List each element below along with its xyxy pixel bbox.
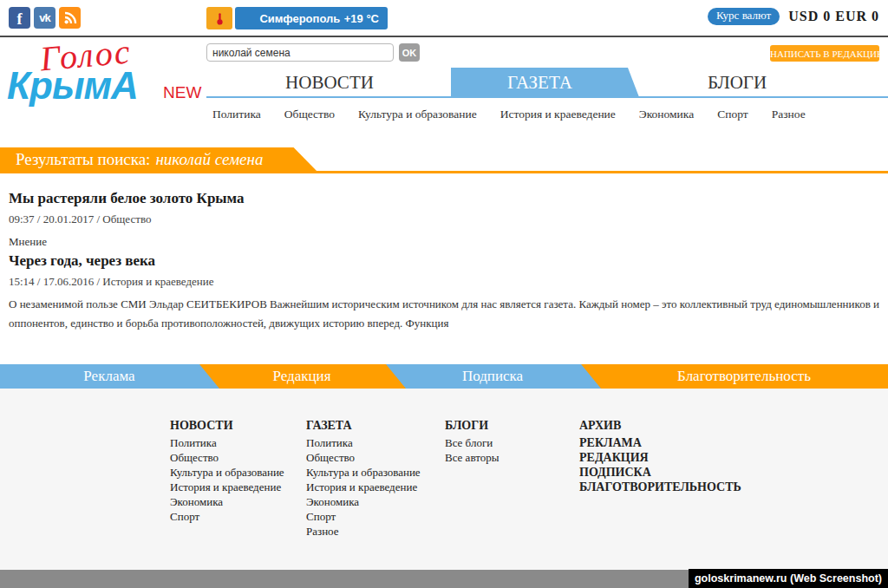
search-ok-button[interactable]: OK [399, 43, 420, 62]
footer-link[interactable]: Общество [306, 450, 421, 465]
footer-link[interactable]: Разное [306, 524, 421, 539]
logo-new-badge: NEW [163, 83, 201, 102]
footer-link[interactable]: Культура и образование [306, 465, 421, 480]
footer-column-news: НОВОСТИ Политика Общество Культура и обр… [170, 419, 284, 524]
page: f vk Симферополь +19 °C [0, 0, 888, 588]
footer-link[interactable]: Политика [306, 435, 421, 450]
footer-link[interactable]: История и краеведение [170, 480, 284, 494]
site-logo[interactable]: Голос КрымА NEW [7, 38, 202, 106]
footer-tab-bar: Реклама Редакция Подписка Благотворитель… [0, 364, 888, 389]
footer-link[interactable]: Экономика [306, 494, 421, 509]
rss-icon[interactable] [59, 7, 81, 29]
footer-column-blogs: БЛОГИ Все блоги Все авторы [445, 419, 499, 465]
vk-icon[interactable]: vk [34, 7, 56, 29]
footer-link[interactable]: Спорт [170, 509, 284, 524]
subnav-politics[interactable]: Политика [212, 108, 261, 121]
footer-link[interactable]: История и краеведение [306, 480, 421, 494]
footer-tab-editors[interactable]: Редакция [232, 368, 371, 385]
footer-column-title[interactable]: НОВОСТИ [170, 419, 284, 433]
currency-block: Курс валют USD 0 EUR 0 [708, 8, 879, 25]
weather-widget[interactable]: Симферополь +19 °C [206, 7, 388, 29]
footer-column-archive: АРХИВ РЕКЛАМА РЕДАКЦИЯ ПОДПИСКА БЛАГОТВО… [579, 419, 741, 494]
facebook-icon[interactable]: f [9, 7, 30, 29]
subnav-culture-education[interactable]: Культура и образование [358, 108, 477, 121]
subnav-society[interactable]: Общество [284, 108, 335, 121]
subnav-sport[interactable]: Спорт [717, 108, 748, 121]
footer-link[interactable]: Культура и образование [170, 465, 284, 480]
results-bar-text: Результаты поиска:николай семена [16, 150, 263, 169]
sub-navigation: Политика Общество Культура и образование… [212, 108, 806, 121]
article-snippet: Мнение [9, 232, 879, 252]
footer-column-title[interactable]: ГАЗЕТА [306, 419, 421, 433]
footer-tab-advertising[interactable]: Реклама [40, 368, 179, 385]
search-input[interactable] [206, 43, 394, 62]
weather-city: Симферополь [244, 12, 344, 25]
footer-link[interactable]: ПОДПИСКА [579, 465, 741, 480]
footer-column-title[interactable]: АРХИВ [579, 419, 741, 433]
search-results-bar: Результаты поиска:николай семена [0, 147, 888, 173]
search-result-item: Через года, через века 15:14 / 17.06.201… [9, 252, 879, 333]
subnav-economy[interactable]: Экономика [639, 108, 694, 121]
top-bar: f vk Симферополь +19 °C [0, 0, 888, 36]
article-title-link[interactable]: Мы растеряли белое золото Крыма [9, 190, 879, 207]
results-title: Результаты поиска: [16, 150, 150, 168]
currency-rates-value: USD 0 EUR 0 [788, 9, 879, 24]
write-to-editors-button[interactable]: НАПИСАТЬ В РЕДАКЦИЮ [770, 45, 879, 62]
tab-news[interactable]: НОВОСТИ [260, 72, 399, 94]
article-title-link[interactable]: Через года, через века [9, 252, 879, 270]
footer-link[interactable]: Общество [170, 450, 284, 465]
subnav-history[interactable]: История и краеведение [500, 108, 616, 121]
search-result-item: Мы растеряли белое золото Крыма 09:37 / … [9, 190, 879, 252]
footer-column-title[interactable]: БЛОГИ [445, 419, 499, 433]
thermometer-icon [206, 7, 232, 29]
footer-column-gazeta: ГАЗЕТА Политика Общество Культура и обра… [306, 419, 421, 539]
currency-rates-button[interactable]: Курс валют [708, 8, 780, 25]
subnav-misc[interactable]: Разное [772, 108, 806, 121]
footer-link[interactable]: РЕКЛАМА [579, 435, 741, 450]
results-query: николай семена [155, 150, 263, 168]
tab-gazeta[interactable]: ГАЗЕТА [451, 72, 629, 94]
social-links: f vk [9, 7, 81, 29]
footer-link[interactable]: БЛАГОТВОРИТЕЛЬНОСТЬ [579, 480, 741, 494]
tab-blogs[interactable]: БЛОГИ [676, 72, 798, 94]
footer-link[interactable]: Все авторы [445, 450, 499, 465]
article-snippet: О незаменимой пользе СМИ Эльдар СЕИТБЕКИ… [9, 295, 879, 333]
weather-panel: Симферополь +19 °C [235, 7, 388, 29]
footer-background [0, 389, 888, 570]
footer-link[interactable]: Спорт [306, 509, 421, 524]
top-separator [0, 36, 888, 37]
article-meta: 09:37 / 20.01.2017 / Общество [9, 212, 879, 226]
footer-tab-subscription[interactable]: Подписка [423, 368, 562, 385]
logo-text-kryma: КрымА [7, 64, 138, 108]
footer-link[interactable]: Политика [170, 435, 284, 450]
article-meta: 15:14 / 17.06.2016 / История и краеведен… [9, 275, 879, 289]
tabs-underline [206, 96, 888, 98]
screenshot-watermark: goloskrimanew.ru (Web Screenshot) [689, 569, 888, 588]
footer-link[interactable]: Экономика [170, 494, 284, 509]
footer-link[interactable]: РЕДАКЦИЯ [579, 450, 741, 465]
footer-link[interactable]: Все блоги [445, 435, 499, 450]
weather-temp: +19 °C [344, 12, 379, 25]
footer-tab-charity[interactable]: Благотворительность [640, 368, 848, 385]
